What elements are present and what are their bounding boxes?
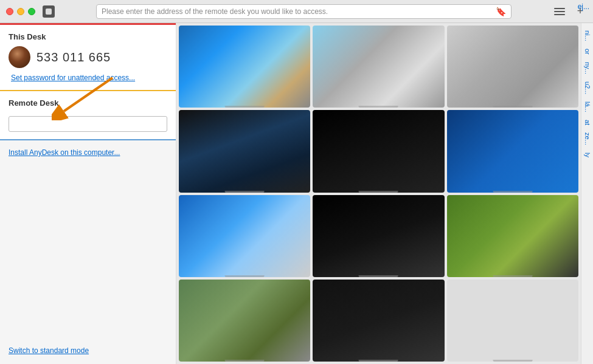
title-bar: Please enter the address of the remote d…	[0, 0, 593, 23]
right-sidebar-item-7[interactable]: ze...	[583, 130, 592, 148]
thumbnail-2[interactable]	[313, 26, 444, 108]
this-desk-section: This Desk 533 011 665 Set password for u…	[0, 23, 176, 91]
thumbnail-10[interactable]	[179, 280, 310, 362]
right-sidebar: ni... or ny... u2... lá... at ze... ly	[581, 23, 593, 364]
set-password-link[interactable]: Set password for unattended access...	[11, 74, 135, 82]
sidebar: This Desk 533 011 665 Set password for u…	[0, 23, 176, 364]
avatar	[9, 46, 30, 68]
hamburger-line	[554, 11, 565, 12]
thumbnail-9[interactable]	[447, 195, 578, 277]
right-sidebar-item-5[interactable]: lá...	[583, 99, 592, 115]
desk-id: 533 011 665	[36, 50, 111, 64]
thumbnail-5[interactable]	[313, 110, 444, 192]
thumbnail-7[interactable]	[179, 195, 310, 277]
remote-desk-input[interactable]	[9, 116, 167, 132]
install-link[interactable]: Install AnyDesk on this computer...	[9, 148, 120, 157]
thumbnail-12[interactable]	[447, 280, 578, 362]
remote-desk-title: Remote Desk	[9, 98, 167, 108]
right-sidebar-item-1[interactable]: ni...	[583, 28, 592, 44]
minimize-button[interactable]	[17, 8, 24, 15]
tab-link[interactable]: ej...	[574, 0, 593, 13]
hamburger-line	[554, 8, 565, 9]
this-desk-title: This Desk	[9, 32, 167, 41]
thumbnail-3[interactable]	[447, 26, 578, 108]
right-sidebar-item-3[interactable]: ny...	[583, 60, 592, 77]
thumbnail-4[interactable]	[179, 110, 310, 192]
thumbnail-6[interactable]	[447, 110, 578, 192]
right-sidebar-item-4[interactable]: u2...	[583, 79, 592, 97]
bookmark-icon: 🔖	[496, 7, 506, 16]
install-section: Install AnyDesk on this computer...	[0, 140, 176, 163]
thumbnails-area	[176, 23, 581, 364]
right-sidebar-item-6[interactable]: at	[583, 117, 592, 128]
menu-button[interactable]	[553, 5, 570, 18]
main-content: This Desk 533 011 665 Set password for u…	[0, 23, 593, 364]
maximize-button[interactable]	[28, 8, 35, 15]
thumbnail-1[interactable]	[179, 26, 310, 108]
thumbnail-11[interactable]	[313, 280, 444, 362]
switch-mode-link[interactable]: Switch to standard mode	[9, 346, 89, 355]
svg-rect-0	[46, 9, 52, 15]
avatar-image	[9, 46, 30, 68]
right-sidebar-item-2[interactable]: or	[583, 46, 592, 57]
sidebar-bottom: Switch to standard mode	[9, 345, 89, 355]
hamburger-line	[554, 14, 565, 15]
thumbnails-grid	[176, 23, 581, 364]
thumbnail-8[interactable]	[313, 195, 444, 277]
address-placeholder: Please enter the address of the remote d…	[102, 7, 328, 16]
desk-id-row: 533 011 665	[9, 46, 167, 68]
app-icon	[43, 5, 55, 18]
right-sidebar-item-8[interactable]: ly	[583, 150, 592, 160]
close-button[interactable]	[6, 8, 13, 15]
traffic-lights	[6, 8, 35, 15]
address-bar[interactable]: Please enter the address of the remote d…	[96, 4, 512, 19]
title-bar-right: + ej...	[553, 5, 587, 18]
remote-desk-section: Remote Desk	[0, 91, 176, 140]
